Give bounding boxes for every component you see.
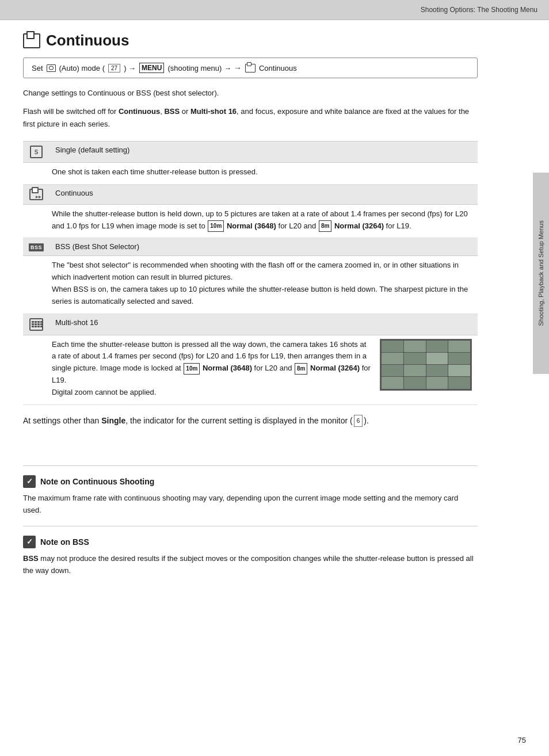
note-title-text-2: Note on BSS bbox=[40, 537, 89, 547]
norm-badge-10m: 10m bbox=[208, 220, 224, 232]
single-desc: One shot is taken each time shutter-rele… bbox=[23, 162, 478, 184]
nav-menu2: (shooting menu) → bbox=[167, 64, 231, 72]
multi-icon-cell bbox=[23, 314, 49, 335]
normal-3264-bold: Normal (3264) bbox=[334, 222, 384, 230]
page-title: Continuous bbox=[23, 32, 478, 49]
title-text: Continuous bbox=[46, 32, 129, 49]
multi-label: Multi-shot 16 bbox=[49, 314, 478, 335]
single-icon: S bbox=[30, 146, 43, 158]
nav-middle: ) → bbox=[124, 64, 136, 72]
main-content: Continuous Set (Auto) mode ( 27 ) → MENU… bbox=[0, 20, 501, 598]
nav-final: Continuous bbox=[259, 64, 297, 72]
bss-icon-cell: BSS bbox=[23, 238, 49, 256]
bss-desc: The "best shot selector" is recommended … bbox=[23, 256, 478, 314]
table-row: Each time the shutter-release button is … bbox=[23, 335, 478, 404]
bottom-page-ref: 6 bbox=[354, 415, 363, 427]
nav-box: Set (Auto) mode ( 27 ) → MENU (shooting … bbox=[23, 58, 478, 78]
norm-badge-8m: 8m bbox=[319, 220, 331, 232]
single-label: Single (default setting) bbox=[49, 141, 478, 162]
bottom-text: At settings other than Single, the indic… bbox=[23, 414, 478, 428]
multishot-image bbox=[380, 339, 472, 391]
settings-table: S Single (default setting) One shot is t… bbox=[23, 141, 478, 405]
continuous-icon-cell bbox=[23, 184, 49, 204]
multi-desc: Each time the shutter-release button is … bbox=[23, 335, 478, 404]
nav-set: Set bbox=[32, 64, 43, 72]
sidebar-label-text: Shooting, Playback and Setup Menus bbox=[537, 220, 544, 326]
bold-continuous: Continuous bbox=[119, 107, 160, 116]
page-number: 75 bbox=[518, 736, 526, 744]
nav-page-ref: 27 bbox=[108, 64, 120, 72]
camera-icon bbox=[47, 64, 56, 72]
bss-bold-note: BSS bbox=[23, 554, 39, 563]
multishot-text: Each time the shutter-release button is … bbox=[52, 339, 371, 399]
note-section-1: ✓ Note on Continuous Shooting The maximu… bbox=[23, 450, 478, 576]
note-title-1: ✓ Note on Continuous Shooting bbox=[23, 475, 478, 488]
bottom-bold-single: Single bbox=[101, 416, 125, 425]
bold-multishot: Multi-shot 16 bbox=[190, 107, 237, 116]
note-text-1: The maximum frame rate with continuous s… bbox=[23, 492, 478, 517]
table-row: Continuous bbox=[23, 184, 478, 204]
divider-2 bbox=[23, 526, 478, 526]
norm-badge-8m-2: 8m bbox=[295, 363, 307, 375]
table-row: While the shutter-release button is held… bbox=[23, 204, 478, 238]
bss-icon: BSS bbox=[29, 243, 44, 251]
table-row: One shot is taken each time shutter-rele… bbox=[23, 162, 478, 184]
table-row: BSS BSS (Best Shot Selector) bbox=[23, 238, 478, 256]
multi-grid bbox=[32, 321, 43, 327]
continuous-label: Continuous bbox=[49, 184, 478, 204]
normal-3264-bold-2: Normal (3264) bbox=[310, 364, 360, 372]
bold-bss: BSS bbox=[164, 107, 180, 116]
bss-label: BSS (Best Shot Selector) bbox=[49, 238, 478, 256]
header-title: Shooting Options: The Shooting Menu bbox=[421, 6, 537, 14]
note-title-2: ✓ Note on BSS bbox=[23, 536, 478, 548]
single-icon-cell: S bbox=[23, 141, 49, 162]
norm-badge-10m-2: 10m bbox=[184, 363, 200, 375]
header-bar: Shooting Options: The Shooting Menu bbox=[0, 0, 549, 20]
multishot-row: Each time the shutter-release button is … bbox=[52, 339, 472, 399]
normal-3648-bold-2: Normal (3648) bbox=[203, 364, 252, 372]
arrow-icon: → bbox=[234, 63, 242, 72]
note-text-2: BSS may not produce the desired results … bbox=[23, 553, 478, 577]
multishot-image-grid bbox=[380, 339, 471, 390]
table-row: The "best shot selector" is recommended … bbox=[23, 256, 478, 314]
continuous-desc: While the shutter-release button is held… bbox=[23, 204, 478, 238]
intro-text-1: Change settings to Continuous or BSS (be… bbox=[23, 87, 478, 100]
multi-icon bbox=[29, 318, 43, 331]
continuous-icon bbox=[29, 189, 43, 200]
sidebar-label: Shooting, Playback and Setup Menus bbox=[533, 173, 549, 374]
intro-text-2: Flash will be switched off for Continuou… bbox=[23, 105, 478, 131]
note-icon-2: ✓ bbox=[23, 536, 36, 548]
note-icon-1: ✓ bbox=[23, 475, 36, 488]
divider-1 bbox=[23, 465, 478, 466]
note-title-text-1: Note on Continuous Shooting bbox=[40, 477, 154, 486]
table-row: S Single (default setting) bbox=[23, 141, 478, 162]
table-row: Multi-shot 16 bbox=[23, 314, 478, 335]
menu-icon: MENU bbox=[139, 63, 164, 73]
normal-3648-bold: Normal (3648) bbox=[227, 222, 276, 230]
cont-icon-small bbox=[245, 64, 256, 72]
continuous-title-icon bbox=[23, 33, 40, 48]
nav-auto: (Auto) mode ( bbox=[59, 64, 105, 72]
